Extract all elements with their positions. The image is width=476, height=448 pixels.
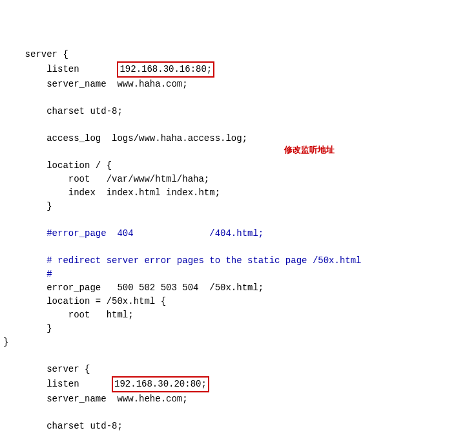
line-location-50x-open: location = /50x.html { (3, 296, 166, 306)
annotation-label: 修改监听地址 (284, 144, 335, 156)
line-server-open: server { (3, 49, 68, 59)
line-location-root: root /var/www/html/haha; (3, 174, 209, 184)
line-location-close: } (3, 201, 52, 211)
line-charset2: charset utd-8; (3, 421, 123, 431)
line-charset: charset utd-8; (3, 106, 123, 116)
line-redirect-comment-1: # redirect server error pages to the sta… (3, 255, 362, 266)
line-error-page: error_page 500 502 503 504 /50x.html; (3, 283, 264, 293)
line-redirect-comment-2: # (3, 269, 52, 279)
line-error-page-comment: #error_page 404 /404.html; (3, 228, 264, 239)
line-location-50x-root: root html; (3, 310, 134, 320)
line-access-log: access_log logs/www.haha.access.log; (3, 133, 247, 144)
line-server-name: server_name www.haha.com; (3, 79, 188, 89)
line-outer-close: } (3, 337, 8, 347)
line-location-open: location / { (3, 160, 112, 171)
line-listen-key: listen (3, 64, 117, 74)
line-location-index: index index.html index.htm; (3, 187, 220, 198)
listen-ip-highlight-2: 192.168.30.20:80; (112, 376, 209, 392)
line-server2-name: server_name www.hehe.com; (3, 394, 188, 404)
code-block: server { listen 192.168.30.16:80; server… (3, 48, 473, 448)
listen-ip-highlight-1: 192.168.30.16:80; (117, 61, 214, 78)
line-location-50x-close: } (3, 323, 52, 334)
line-server2-open: server { (3, 364, 90, 374)
line-listen2-key: listen (3, 379, 112, 389)
